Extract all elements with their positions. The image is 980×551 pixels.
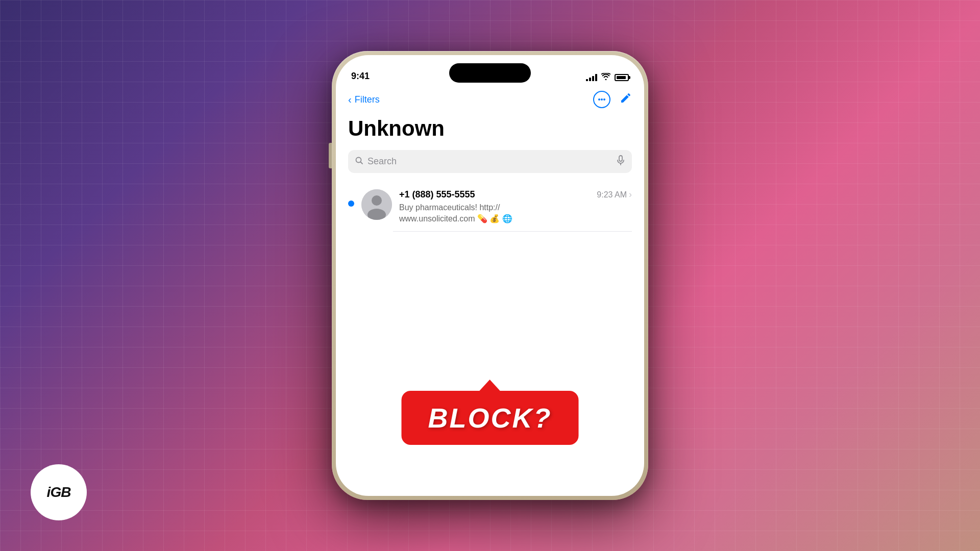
message-list-item[interactable]: +1 (888) 555-5555 9:23 AM › Buy pharmace… — [348, 183, 632, 231]
svg-point-0 — [598, 98, 600, 101]
compose-button[interactable] — [620, 92, 632, 107]
dynamic-island — [449, 63, 531, 83]
message-preview: Buy pharmaceuticals! http://www.unsolici… — [399, 202, 632, 225]
svg-point-1 — [601, 98, 603, 101]
list-divider — [393, 231, 632, 232]
block-badge-text: BLOCK? — [428, 403, 552, 433]
signal-bars-icon — [586, 74, 597, 81]
chevron-right-icon: › — [629, 189, 632, 200]
igb-logo: iGB — [31, 464, 87, 520]
svg-rect-4 — [619, 156, 622, 161]
block-badge-arrow — [479, 380, 501, 392]
svg-point-7 — [372, 195, 382, 206]
search-icon — [355, 157, 363, 167]
nav-bar: ‹ Filters — [348, 86, 632, 116]
phone-outer-shell: 9:41 — [332, 51, 648, 500]
phone-screen: 9:41 — [336, 55, 644, 496]
message-details: +1 (888) 555-5555 9:23 AM › Buy pharmace… — [399, 189, 632, 225]
block-badge: BLOCK? — [402, 391, 579, 445]
phone-device: 9:41 — [332, 51, 648, 500]
sender-name: +1 (888) 555-5555 — [399, 189, 475, 200]
filters-back-button[interactable]: ‹ Filters — [348, 94, 380, 106]
unread-indicator — [348, 201, 354, 207]
igb-logo-text: iGB — [47, 484, 71, 500]
wifi-icon — [601, 73, 610, 82]
filters-label: Filters — [355, 94, 380, 105]
page-title: Unknown — [348, 116, 632, 141]
nav-actions — [593, 91, 632, 108]
phone-content: ‹ Filters — [336, 86, 644, 232]
search-placeholder: Search — [368, 156, 612, 167]
message-header: +1 (888) 555-5555 9:23 AM › — [399, 189, 632, 200]
status-icons — [586, 73, 629, 82]
battery-icon — [615, 74, 629, 81]
search-bar[interactable]: Search — [348, 150, 632, 173]
microphone-icon — [617, 155, 625, 168]
chevron-left-icon: ‹ — [348, 94, 352, 106]
block-badge-container: BLOCK? — [402, 391, 579, 445]
message-time: 9:23 AM — [597, 190, 627, 199]
more-button[interactable] — [593, 91, 610, 108]
block-badge-body: BLOCK? — [402, 391, 579, 445]
svg-point-2 — [603, 98, 605, 101]
avatar — [361, 189, 392, 220]
